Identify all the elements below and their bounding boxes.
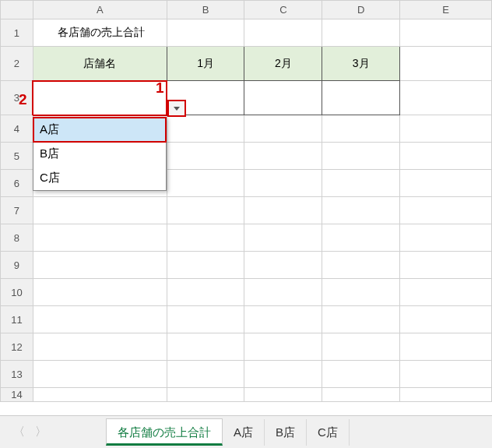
- row-header-3[interactable]: 3: [1, 81, 33, 115]
- cell-E9[interactable]: [400, 252, 492, 279]
- row-header-10[interactable]: 10: [1, 279, 33, 306]
- cell-E8[interactable]: [400, 224, 492, 252]
- spreadsheet-grid[interactable]: A B C D E 1 各店舗の売上合計 2 店舗名 1月 2月 3月 3: [0, 0, 492, 402]
- cell-D5[interactable]: [322, 143, 400, 170]
- cell-B7[interactable]: [167, 197, 244, 224]
- cell-B6[interactable]: [167, 170, 244, 197]
- cell-D6[interactable]: [322, 170, 400, 197]
- cell-C11[interactable]: [244, 306, 322, 333]
- sheet-tab-2[interactable]: B店: [265, 419, 307, 446]
- cell-E10[interactable]: [400, 279, 492, 306]
- cell-A13[interactable]: [33, 361, 167, 388]
- row-header-11[interactable]: 11: [1, 306, 33, 333]
- cell-D7[interactable]: [322, 197, 400, 224]
- cell-E5[interactable]: [400, 143, 492, 170]
- cell-C9[interactable]: [244, 252, 322, 279]
- cell-C3[interactable]: [244, 81, 322, 115]
- row-header-13[interactable]: 13: [1, 361, 33, 388]
- row-header-12[interactable]: 12: [1, 333, 33, 361]
- cell-A3[interactable]: [33, 81, 167, 115]
- cell-A2[interactable]: 店舗名: [33, 47, 167, 81]
- data-validation-dropdown-list[interactable]: A店 B店 C店: [33, 117, 167, 191]
- row-header-2[interactable]: 2: [1, 47, 33, 81]
- cell-C10[interactable]: [244, 279, 322, 306]
- dropdown-item-2[interactable]: C店: [33, 166, 166, 190]
- cell-D2[interactable]: 3月: [322, 47, 400, 81]
- row-header-6[interactable]: 6: [1, 170, 33, 197]
- cell-E7[interactable]: [400, 197, 492, 224]
- cell-D9[interactable]: [322, 252, 400, 279]
- cell-E4[interactable]: [400, 115, 492, 143]
- sheet-tab-0[interactable]: 各店舗の売上合計: [106, 418, 223, 446]
- cell-B14[interactable]: [167, 388, 244, 402]
- cell-B10[interactable]: [167, 279, 244, 306]
- cell-E6[interactable]: [400, 170, 492, 197]
- cell-A14[interactable]: [33, 388, 167, 402]
- cell-E3[interactable]: [400, 81, 492, 115]
- cell-D10[interactable]: [322, 279, 400, 306]
- col-header-C[interactable]: C: [244, 1, 322, 19]
- row-header-1[interactable]: 1: [1, 19, 33, 47]
- cell-C1[interactable]: [244, 19, 322, 47]
- cell-E1[interactable]: [400, 19, 492, 47]
- row-header-5[interactable]: 5: [1, 143, 33, 170]
- cell-D13[interactable]: [322, 361, 400, 388]
- cell-A7[interactable]: [33, 197, 167, 224]
- row-header-14[interactable]: 14: [1, 388, 33, 402]
- cell-E13[interactable]: [400, 361, 492, 388]
- cell-C14[interactable]: [244, 388, 322, 402]
- cell-A1[interactable]: 各店舗の売上合計: [33, 19, 167, 47]
- cell-D12[interactable]: [322, 333, 400, 361]
- cell-D14[interactable]: [322, 388, 400, 402]
- col-header-E[interactable]: E: [400, 1, 492, 19]
- dropdown-item-0[interactable]: A店: [33, 118, 166, 142]
- col-header-A[interactable]: A: [33, 1, 167, 19]
- row-header-9[interactable]: 9: [1, 252, 33, 279]
- cell-B13[interactable]: [167, 361, 244, 388]
- cell-E2[interactable]: [400, 47, 492, 81]
- cell-C6[interactable]: [244, 170, 322, 197]
- cell-B11[interactable]: [167, 306, 244, 333]
- cell-B9[interactable]: [167, 252, 244, 279]
- cell-D8[interactable]: [322, 224, 400, 252]
- col-header-D[interactable]: D: [322, 1, 400, 19]
- cell-B1[interactable]: [167, 19, 244, 47]
- data-validation-dropdown-button[interactable]: [167, 100, 186, 117]
- sheet-tab-3[interactable]: C店: [307, 419, 350, 446]
- cell-C13[interactable]: [244, 361, 322, 388]
- cell-C2[interactable]: 2月: [244, 47, 322, 81]
- annotation-2: 2: [19, 91, 27, 108]
- sheet-nav-prev[interactable]: 〈: [8, 422, 30, 443]
- cell-E11[interactable]: [400, 306, 492, 333]
- cell-B12[interactable]: [167, 333, 244, 361]
- cell-E12[interactable]: [400, 333, 492, 361]
- cell-E14[interactable]: [400, 388, 492, 402]
- cell-D4[interactable]: [322, 115, 400, 143]
- cell-A11[interactable]: [33, 306, 167, 333]
- cell-A9[interactable]: [33, 252, 167, 279]
- row-header-8[interactable]: 8: [1, 224, 33, 252]
- select-all-corner[interactable]: [1, 1, 33, 19]
- sheet-tab-1[interactable]: A店: [223, 419, 265, 446]
- cell-A10[interactable]: [33, 279, 167, 306]
- cell-B5[interactable]: [167, 143, 244, 170]
- cell-C4[interactable]: [244, 115, 322, 143]
- col-header-B[interactable]: B: [167, 1, 244, 19]
- cell-C12[interactable]: [244, 333, 322, 361]
- row-header-7[interactable]: 7: [1, 197, 33, 224]
- cell-D1[interactable]: [322, 19, 400, 47]
- cell-C5[interactable]: [244, 143, 322, 170]
- cell-A8[interactable]: [33, 224, 167, 252]
- annotation-1: 1: [156, 79, 164, 97]
- cell-C7[interactable]: [244, 197, 322, 224]
- dropdown-item-1[interactable]: B店: [33, 142, 166, 166]
- cell-A12[interactable]: [33, 333, 167, 361]
- cell-D11[interactable]: [322, 306, 400, 333]
- cell-C8[interactable]: [244, 224, 322, 252]
- cell-D3[interactable]: [322, 81, 400, 115]
- cell-B4[interactable]: [167, 115, 244, 143]
- sheet-nav-next[interactable]: 〉: [30, 422, 51, 443]
- cell-B8[interactable]: [167, 224, 244, 252]
- cell-B2[interactable]: 1月: [167, 47, 244, 81]
- row-header-4[interactable]: 4: [1, 115, 33, 143]
